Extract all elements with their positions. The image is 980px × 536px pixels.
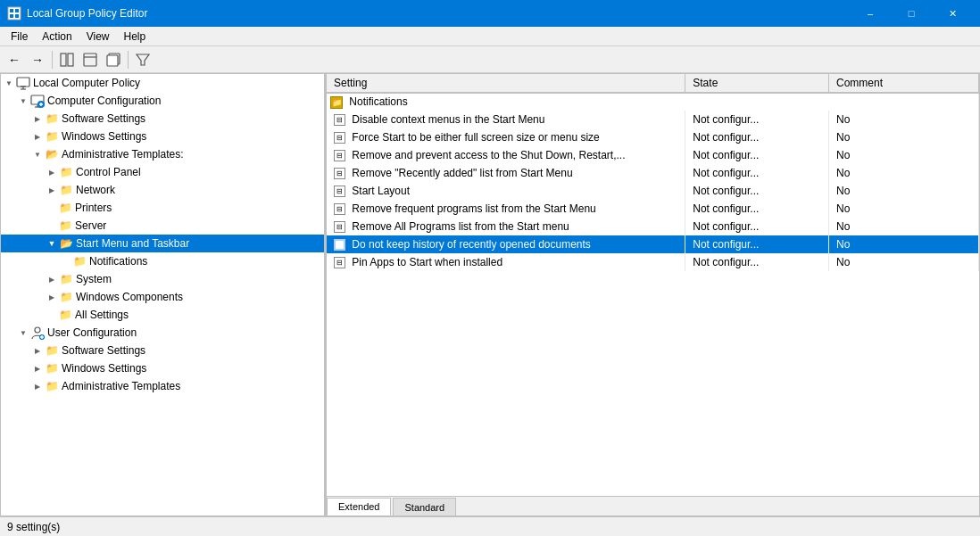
comment-cell-6: No	[828, 200, 978, 218]
close-button[interactable]: ✕	[932, 0, 973, 27]
svg-rect-2	[15, 9, 19, 12]
properties-button[interactable]	[79, 49, 101, 70]
state-cell-8: Not configur...	[685, 235, 829, 253]
expand-software-cc[interactable]	[31, 112, 44, 125]
setting-label-1: Disable context menus in the Start Menu	[352, 113, 544, 126]
local-policy-label: Local Computer Policy	[33, 77, 140, 89]
expand-control-panel[interactable]	[46, 166, 58, 178]
windows-settings-cc-label: Windows Settings	[62, 130, 146, 143]
folder-icon-server	[58, 219, 72, 233]
table-row[interactable]: ⊟ Pin Apps to Start when installed Not c…	[327, 253, 979, 271]
tree-node-local-policy[interactable]: Local Computer Policy	[1, 74, 324, 92]
user-config-icon	[30, 326, 45, 340]
col-setting[interactable]: Setting	[327, 74, 685, 93]
table-row[interactable]: ⊟ Remove and prevent access to the Shut …	[327, 146, 979, 164]
tree-node-windows-components[interactable]: Windows Components	[1, 288, 324, 306]
folder-icon-windows-cc	[45, 129, 59, 144]
expand-windows-uc[interactable]	[31, 362, 44, 375]
tree-node-user-config[interactable]: User Configuration	[1, 324, 324, 342]
expand-start-menu[interactable]: ▼	[46, 237, 58, 250]
tree-node-printers[interactable]: Printers	[1, 199, 324, 217]
setting-label-9: Pin Apps to Start when installed	[352, 256, 502, 268]
folder-icon-network	[59, 183, 73, 197]
menu-file[interactable]: File	[4, 29, 35, 45]
setting-icon-1: ⊟	[334, 114, 345, 126]
setting-cell-2: ⊟ Force Start to be either full screen s…	[327, 128, 685, 146]
menu-view[interactable]: View	[79, 29, 117, 45]
table-row[interactable]: ⊟ Start Layout Not configur... No	[327, 182, 979, 200]
admin-templates-label: Administrative Templates:	[62, 148, 184, 161]
section-header-label: Notifications	[349, 95, 407, 108]
table-container[interactable]: Setting State Comment 📁 Notifications	[327, 74, 979, 496]
expand-user-config[interactable]	[17, 326, 29, 339]
comment-cell-9: No	[828, 253, 978, 271]
printers-label: Printers	[75, 202, 112, 214]
state-cell-6: Not configur...	[685, 200, 829, 218]
all-settings-label: All Settings	[75, 309, 129, 321]
tree-node-network[interactable]: Network	[1, 181, 324, 199]
tree-node-server[interactable]: Server	[1, 217, 324, 235]
table-row[interactable]: ⊟ Force Start to be either full screen s…	[327, 128, 979, 146]
table-row[interactable]: ⊟ Remove All Programs list from the Star…	[327, 218, 979, 235]
toolbar-sep-1	[52, 51, 53, 69]
expand-local-policy[interactable]	[3, 77, 15, 89]
expand-windows-cc[interactable]	[31, 130, 44, 143]
tree-pane[interactable]: Local Computer Policy Computer Configura…	[1, 74, 327, 515]
comment-cell-2: No	[828, 128, 978, 146]
show-hide-button[interactable]	[56, 49, 78, 70]
expand-computer-config[interactable]	[17, 95, 29, 107]
tree-node-admin-templates-uc[interactable]: Administrative Templates	[1, 377, 324, 395]
tab-extended[interactable]: Extended	[327, 498, 391, 515]
table-row-selected[interactable]: ⊟ Do not keep history of recently opened…	[327, 235, 979, 253]
col-state[interactable]: State	[685, 74, 829, 93]
settings-table: Setting State Comment 📁 Notifications	[327, 74, 979, 271]
state-cell-1: Not configur...	[685, 111, 829, 128]
expand-windows-components[interactable]	[46, 291, 58, 303]
new-window-button[interactable]	[103, 49, 124, 70]
tree-node-computer-config[interactable]: Computer Configuration	[1, 92, 324, 110]
setting-icon-5: ⊟	[334, 186, 345, 197]
tab-bar: Extended Standard	[327, 496, 979, 515]
tab-standard[interactable]: Standard	[393, 498, 456, 515]
setting-icon-6: ⊟	[334, 203, 345, 215]
back-button[interactable]: ←	[4, 49, 25, 70]
start-menu-label: Start Menu and Taskbar	[76, 237, 189, 250]
expand-software-uc[interactable]	[31, 344, 44, 357]
tree-node-software-settings-cc[interactable]: Software Settings	[1, 110, 324, 128]
window-title: Local Group Policy Editor	[27, 7, 850, 20]
tree-node-software-settings-uc[interactable]: Software Settings	[1, 342, 324, 359]
filter-button[interactable]	[132, 49, 154, 70]
forward-button[interactable]: →	[27, 49, 48, 70]
tree-node-system[interactable]: System	[1, 270, 324, 288]
window-controls: – □ ✕	[850, 0, 973, 27]
tree-node-notifications[interactable]: Notifications	[1, 252, 324, 270]
comment-cell-4: No	[828, 164, 978, 182]
menu-help[interactable]: Help	[117, 29, 154, 45]
svg-rect-4	[15, 14, 19, 18]
maximize-button[interactable]: □	[891, 0, 932, 27]
col-comment[interactable]: Comment	[828, 74, 978, 93]
expand-system[interactable]	[46, 273, 58, 285]
expand-network[interactable]	[46, 184, 58, 196]
table-row[interactable]: ⊟ Remove "Recently added" list from Star…	[327, 164, 979, 182]
tree-node-windows-settings-cc[interactable]: Windows Settings	[1, 128, 324, 145]
server-label: Server	[75, 219, 106, 232]
tree-node-start-menu[interactable]: ▼ Start Menu and Taskbar	[1, 235, 324, 252]
setting-cell-7: ⊟ Remove All Programs list from the Star…	[327, 218, 685, 235]
table-row[interactable]: ⊟ Remove frequent programs list from the…	[327, 200, 979, 218]
table-row[interactable]: ⊟ Disable context menus in the Start Men…	[327, 111, 979, 128]
folder-icon-software-uc	[45, 343, 59, 358]
status-bar: 9 setting(s)	[0, 516, 980, 536]
menu-bar: File Action View Help	[0, 27, 980, 46]
expand-admin-uc[interactable]	[31, 380, 44, 392]
tree-node-all-settings[interactable]: All Settings	[1, 306, 324, 324]
expand-admin-templates[interactable]	[31, 148, 44, 161]
minimize-button[interactable]: –	[850, 0, 891, 27]
tree-node-control-panel[interactable]: Control Panel	[1, 163, 324, 181]
right-pane: Setting State Comment 📁 Notifications	[327, 74, 979, 515]
tree-node-admin-templates[interactable]: Administrative Templates:	[1, 145, 324, 163]
tree-node-windows-settings-uc[interactable]: Windows Settings	[1, 359, 324, 377]
menu-action[interactable]: Action	[35, 29, 79, 45]
admin-templates-uc-label: Administrative Templates	[62, 380, 180, 392]
software-settings-cc-label: Software Settings	[62, 112, 145, 125]
